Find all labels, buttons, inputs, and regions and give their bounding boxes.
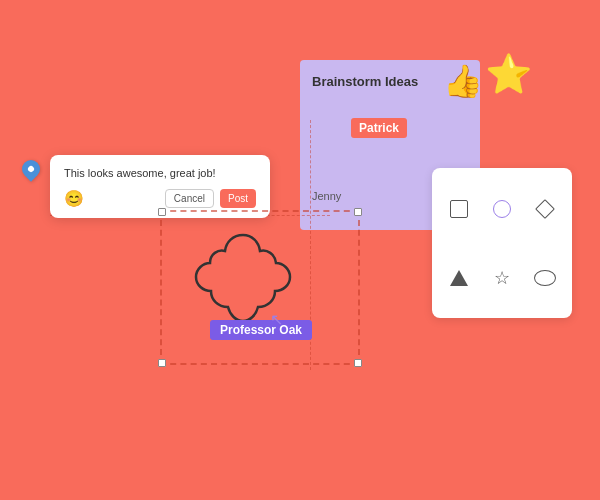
handle-bottom-right[interactable] — [354, 359, 362, 367]
cine-text: Cine — [208, 275, 264, 306]
sticker-area: 👍 ⭐ — [443, 55, 532, 97]
handle-bottom-left[interactable] — [158, 359, 166, 367]
brainstorm-jenny: Jenny — [312, 190, 341, 202]
shape-circle[interactable] — [490, 197, 514, 221]
comment-text: This looks awesome, great job! — [64, 167, 256, 179]
comment-buttons: Cancel Post — [165, 189, 256, 208]
brainstorm-title: Brainstorm Ideas — [312, 74, 418, 89]
shape-triangle[interactable] — [447, 266, 471, 290]
post-button[interactable]: Post — [220, 189, 256, 208]
shape-square[interactable] — [447, 197, 471, 221]
handle-top-right[interactable] — [354, 208, 362, 216]
shapes-panel: ☆ — [432, 168, 572, 318]
cursor-pointer-icon: ↖ — [270, 310, 283, 329]
label-patrick: Patrick — [351, 118, 407, 138]
shape-star[interactable]: ☆ — [490, 266, 514, 290]
location-pin-icon — [18, 156, 43, 181]
comment-emoji-icon[interactable]: 😊 — [64, 189, 84, 208]
shape-oval[interactable] — [533, 266, 557, 290]
shape-diamond[interactable] — [533, 197, 557, 221]
comment-footer: 😊 Cancel Post — [64, 189, 256, 208]
handle-top-left[interactable] — [158, 208, 166, 216]
thumbs-up-sticker: 👍 — [443, 65, 483, 97]
label-professor-oak: Professor Oak — [210, 320, 312, 340]
star-sticker: ⭐ — [485, 55, 532, 93]
cancel-button[interactable]: Cancel — [165, 189, 214, 208]
